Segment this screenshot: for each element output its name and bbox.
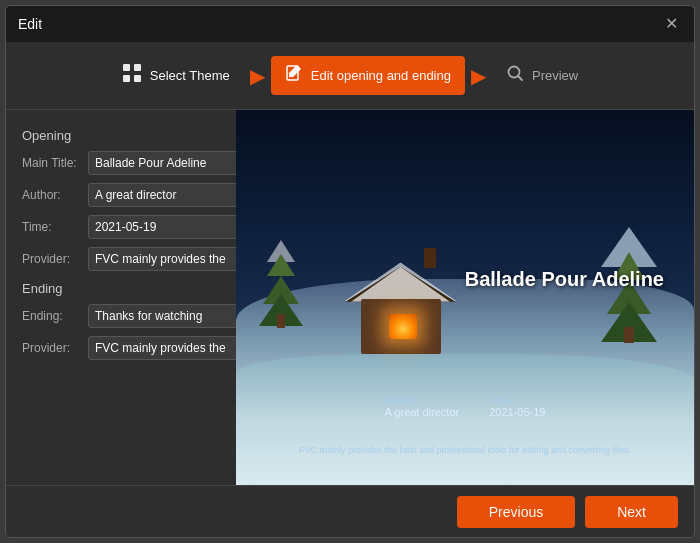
preview-meta: Author: A great director Time: 2021-05-1…: [246, 395, 684, 418]
previous-button[interactable]: Previous: [457, 496, 575, 528]
svg-rect-1: [134, 64, 141, 71]
preview-author-item: Author: A great director: [385, 395, 460, 418]
cabin-window: [389, 314, 417, 339]
preview-time-item: Time: 2021-05-19: [489, 395, 545, 418]
preview-author-key: Author:: [385, 395, 417, 406]
step2-label: Edit opening and ending: [311, 68, 451, 83]
provider-row: Provider:: [22, 247, 220, 271]
cabin: [351, 274, 451, 354]
wizard-step-1[interactable]: Select Theme: [108, 55, 244, 96]
time-input[interactable]: [88, 215, 236, 239]
main-title-input[interactable]: [88, 151, 236, 175]
preview-author-value: A great director: [385, 406, 460, 418]
edit-icon: [285, 64, 303, 87]
preview-icon: [506, 64, 524, 87]
arrow-1-icon: ▶: [250, 64, 265, 88]
author-row: Author:: [22, 183, 220, 207]
ending-provider-label: Provider:: [22, 341, 82, 355]
main-content: Opening Main Title: Author: Time: Provid…: [6, 110, 694, 485]
right-preview: Ballade Pour Adeline Author: A great dir…: [236, 110, 694, 485]
dialog-title: Edit: [18, 16, 42, 32]
preview-provider: FVC mainly provides the best and profess…: [246, 445, 684, 455]
preview-time-value: 2021-05-19: [489, 406, 545, 418]
time-row: Time:: [22, 215, 220, 239]
wizard-step-3[interactable]: Preview: [492, 56, 592, 95]
ending-label: Ending:: [22, 309, 82, 323]
chimney: [424, 248, 436, 268]
close-button[interactable]: ✕: [661, 14, 682, 34]
ending-row: Ending:: [22, 304, 220, 328]
wizard-step-2[interactable]: Edit opening and ending: [271, 56, 465, 95]
footer: Previous Next: [6, 485, 694, 537]
svg-rect-3: [134, 75, 141, 82]
next-button[interactable]: Next: [585, 496, 678, 528]
preview-title: Ballade Pour Adeline: [465, 268, 664, 291]
step3-label: Preview: [532, 68, 578, 83]
ending-provider-row: Provider:: [22, 336, 220, 360]
step1-label: Select Theme: [150, 68, 230, 83]
snow-ground-2: [236, 354, 694, 485]
provider-label: Provider:: [22, 252, 82, 266]
grid-icon: [122, 63, 142, 88]
preview-image: Ballade Pour Adeline Author: A great dir…: [236, 110, 694, 485]
author-label: Author:: [22, 188, 82, 202]
preview-time-key: Time:: [489, 395, 514, 406]
svg-rect-2: [123, 75, 130, 82]
cabin-body: [361, 299, 441, 354]
time-label: Time:: [22, 220, 82, 234]
tree-left: [259, 240, 303, 328]
ending-section-label: Ending: [22, 281, 220, 296]
svg-line-6: [518, 76, 522, 80]
main-title-label: Main Title:: [22, 156, 82, 170]
wizard-nav: Select Theme ▶ Edit opening and ending ▶…: [6, 42, 694, 110]
ending-input[interactable]: [88, 304, 236, 328]
arrow-2-icon: ▶: [471, 64, 486, 88]
opening-section-label: Opening: [22, 128, 220, 143]
left-panel: Opening Main Title: Author: Time: Provid…: [6, 110, 236, 485]
ending-provider-input[interactable]: [88, 336, 236, 360]
provider-input[interactable]: [88, 247, 236, 271]
edit-dialog: Edit ✕ Select Theme ▶ Edi: [5, 5, 695, 538]
main-title-row: Main Title:: [22, 151, 220, 175]
svg-rect-0: [123, 64, 130, 71]
author-input[interactable]: [88, 183, 236, 207]
title-bar: Edit ✕: [6, 6, 694, 42]
